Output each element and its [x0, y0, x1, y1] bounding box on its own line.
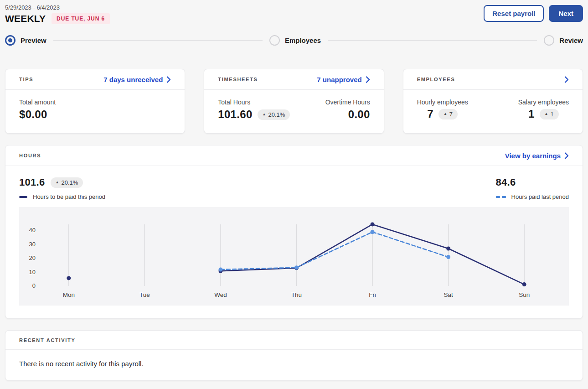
svg-text:30: 30 [29, 241, 36, 248]
stepper-connector [328, 40, 537, 41]
salary-employees-delta-badge: ▲ 1 [540, 109, 559, 119]
up-arrow-icon: ▲ [545, 112, 548, 116]
current-period-legend: Hours to be paid this period [19, 193, 105, 200]
overtime-hours-metric: Overtime Hours 0.00 [325, 99, 370, 121]
up-arrow-icon: ▲ [263, 113, 266, 116]
previous-period-summary: 84.6 Hours paid last period [496, 176, 569, 200]
employees-link[interactable] [564, 76, 569, 83]
step-preview[interactable]: Preview [5, 35, 46, 46]
hours-chart-area: 010203040MonTueWedThuFriSatSun [19, 207, 569, 306]
timesheets-card-body: Total Hours 101.60 ▲ 20.1% Overtime Hour… [204, 90, 383, 133]
page-title: WEEKLY [5, 13, 46, 24]
timesheets-card-title: TIMESHEETS [218, 77, 258, 82]
previous-period-legend-label: Hours paid last period [511, 193, 569, 200]
timesheets-unapproved-link-label: 7 unapproved [317, 76, 361, 83]
svg-text:Sun: Sun [519, 291, 530, 298]
previous-period-legend: Hours paid last period [496, 193, 569, 200]
current-period-delta-badge: ▲ 20.1% [51, 177, 83, 188]
salary-employees-label: Salary employees [518, 99, 569, 106]
tips-card-body: Total amount $0.00 [5, 90, 185, 133]
recent-activity-title: RECENT ACTIVITY [19, 337, 76, 343]
view-by-earnings-link[interactable]: View by earnings [505, 152, 569, 160]
svg-text:Mon: Mon [63, 291, 75, 298]
hourly-employees-delta-badge: ▲ 7 [438, 109, 458, 119]
step-employees[interactable]: Employees [269, 35, 321, 46]
svg-text:Fri: Fri [369, 291, 376, 298]
reset-payroll-button[interactable]: Reset payroll [484, 5, 544, 22]
recent-activity-empty-message: There is no recent activity for this pay… [5, 350, 583, 380]
topbar: 5/29/2023 - 6/4/2023 WEEKLY DUE TUE, JUN… [5, 4, 583, 24]
step-review-radio-icon[interactable] [544, 35, 554, 46]
overtime-hours-value: 0.00 [325, 108, 370, 121]
timesheets-card: TIMESHEETS 7 unapproved Total Hours 101.… [204, 69, 384, 134]
svg-text:Tue: Tue [139, 291, 150, 298]
tips-card: TIPS 7 days unreceived Total amount $0.0… [5, 69, 185, 134]
payroll-preview-page: 5/29/2023 - 6/4/2023 WEEKLY DUE TUE, JUN… [0, 0, 588, 381]
current-period-total: 101.6 [19, 176, 45, 188]
step-employees-radio-icon[interactable] [269, 35, 280, 46]
step-preview-label: Preview [21, 36, 46, 44]
tips-card-title: TIPS [19, 77, 33, 82]
chevron-right-icon [166, 76, 171, 83]
salary-employees-metric: Salary employees 1 ▲ 1 [518, 99, 569, 120]
hours-summary-row: 101.6 ▲ 20.1% Hours to be paid this peri… [5, 166, 583, 200]
hourly-employees-metric: Hourly employees 7 ▲ 7 [417, 99, 468, 120]
salary-employees-value: 1 [528, 108, 535, 120]
recent-activity-header: RECENT ACTIVITY [5, 331, 583, 350]
total-hours-value: 101.60 [218, 108, 252, 121]
total-hours-metric: Total Hours 101.60 ▲ 20.1% [218, 99, 290, 121]
hours-card: HOURS View by earnings 101.6 ▲ 20.1% [5, 145, 583, 319]
chevron-right-icon [564, 76, 569, 83]
stepper-connector [53, 40, 263, 41]
hours-line-chart: 010203040MonTueWedThuFriSatSun [19, 207, 569, 306]
tips-unreceived-link[interactable]: 7 days unreceived [103, 76, 171, 83]
next-button[interactable]: Next [549, 5, 583, 22]
current-period-delta-value: 20.1% [61, 179, 78, 186]
current-period-legend-label: Hours to be paid this period [33, 193, 105, 200]
employees-card: EMPLOYEES Hourly employees 7 ▲ [403, 69, 583, 134]
svg-text:Thu: Thu [291, 291, 302, 298]
current-period-summary: 101.6 ▲ 20.1% Hours to be paid this peri… [19, 176, 105, 200]
hours-card-title: HOURS [19, 153, 41, 158]
title-row: WEEKLY DUE TUE, JUN 6 [5, 13, 110, 24]
up-arrow-icon: ▲ [56, 181, 59, 184]
previous-period-total: 84.6 [496, 176, 516, 188]
svg-text:40: 40 [29, 227, 36, 233]
employees-card-header: EMPLOYEES [403, 69, 583, 90]
total-amount-label: Total amount [19, 99, 171, 106]
topbar-actions: Reset payroll Next [484, 4, 583, 22]
total-hours-delta-value: 20.1% [268, 111, 285, 118]
svg-text:0: 0 [32, 282, 36, 289]
due-date-badge: DUE TUE, JUN 6 [52, 13, 110, 24]
timesheets-card-header: TIMESHEETS 7 unapproved [204, 69, 383, 90]
chevron-right-icon [366, 76, 370, 83]
view-by-earnings-link-label: View by earnings [505, 152, 561, 160]
employees-card-title: EMPLOYEES [417, 77, 455, 82]
hourly-employees-label: Hourly employees [417, 99, 468, 106]
up-arrow-icon: ▲ [444, 112, 447, 116]
topbar-left: 5/29/2023 - 6/4/2023 WEEKLY DUE TUE, JUN… [5, 4, 110, 24]
radio-dot-icon [8, 38, 12, 42]
employees-card-body: Hourly employees 7 ▲ 7 Salary employees [403, 90, 583, 133]
tips-card-header: TIPS 7 days unreceived [5, 69, 185, 90]
svg-text:20: 20 [29, 254, 36, 261]
step-preview-radio-icon[interactable] [5, 35, 15, 46]
step-review[interactable]: Review [544, 35, 583, 46]
tips-unreceived-link-label: 7 days unreceived [103, 76, 163, 83]
total-hours-label: Total Hours [218, 99, 290, 106]
svg-text:10: 10 [29, 269, 36, 275]
chevron-right-icon [564, 152, 569, 159]
hourly-employees-value: 7 [427, 108, 433, 120]
dashed-line-legend-icon [496, 196, 506, 198]
step-review-label: Review [559, 36, 583, 44]
solid-line-legend-icon [19, 196, 27, 198]
total-hours-delta-badge: ▲ 20.1% [258, 109, 290, 120]
pay-period-date-range: 5/29/2023 - 6/4/2023 [5, 4, 110, 11]
recent-activity-card: RECENT ACTIVITY There is no recent activ… [5, 330, 583, 381]
hours-card-header: HOURS View by earnings [5, 145, 583, 166]
overtime-hours-label: Overtime Hours [325, 99, 370, 106]
svg-text:Sat: Sat [444, 291, 453, 298]
total-amount-value: $0.00 [19, 108, 171, 121]
timesheets-unapproved-link[interactable]: 7 unapproved [317, 76, 370, 83]
step-employees-label: Employees [285, 36, 321, 44]
